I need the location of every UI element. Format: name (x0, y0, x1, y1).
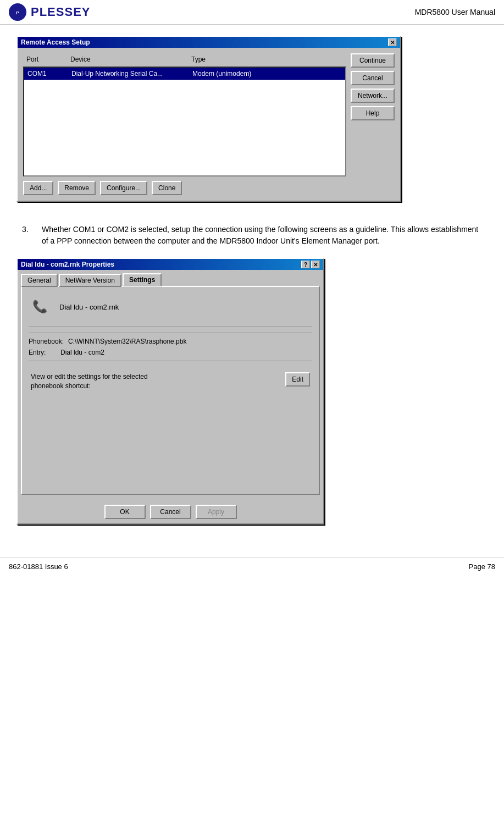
configure-button[interactable]: Configure... (100, 181, 147, 195)
tab-bar: General NetWare Version Settings (21, 273, 320, 286)
phonebook-row: Phonebook: C:\WINNT\System32\RAS\rasphon… (29, 338, 312, 345)
row-port: COM1 (26, 69, 70, 79)
ras-layout: Port Device Type COM1 Dial-Up Networking… (23, 53, 395, 195)
props-close-button[interactable]: ✕ (311, 261, 320, 268)
props-dialog: Dial ldu - com2.rnk Properties ? ✕ Gener… (16, 258, 324, 525)
entry-label: Entry: (29, 349, 56, 356)
edit-button[interactable]: Edit (285, 372, 310, 387)
props-bottom-buttons: OK Cancel Apply (18, 500, 323, 523)
props-filename: Dial ldu - com2.rnk (59, 303, 119, 311)
tab-settings[interactable]: Settings (123, 273, 162, 286)
phonebook-label: Phonebook: (29, 338, 64, 345)
page-footer: 862-01881 Issue 6 Page 78 (0, 558, 504, 575)
row-type: Modem (unimodem) (191, 69, 343, 79)
edit-view-section: View or edit the settings for the select… (29, 370, 312, 393)
logo-icon: P (9, 3, 26, 21)
page-header: P PLESSEY MDR5800 User Manual (0, 0, 504, 25)
paragraph-number: 3. (22, 224, 33, 247)
ras-table-list[interactable]: COM1 Dial-Up Networking Serial Ca... Mod… (23, 67, 346, 176)
col-port: Port (25, 54, 69, 64)
edit-view-text: View or edit the settings for the select… (31, 372, 163, 391)
phone-icon: 📞 (32, 300, 47, 314)
svg-text:P: P (16, 10, 19, 15)
props-cancel-button[interactable]: Cancel (150, 505, 191, 519)
paragraph-section: 3. Whether COM1 or COM2 is selected, set… (16, 224, 488, 247)
ras-right-buttons: Continue Cancel Network... Help (351, 53, 395, 120)
entry-row: Entry: Dial ldu - com2 (29, 349, 312, 356)
entry-value: Dial ldu - com2 (60, 349, 104, 356)
footer-right: Page 78 (469, 562, 495, 571)
remove-button[interactable]: Remove (58, 181, 96, 195)
footer-left: 862-01881 Issue 6 (9, 562, 68, 571)
props-help-button[interactable]: ? (301, 261, 310, 268)
remote-access-dialog: Remote Access Setup ✕ Port Device Type C… (16, 36, 401, 202)
file-icon: 📞 (29, 294, 51, 320)
ras-table-area: Port Device Type COM1 Dial-Up Networking… (23, 53, 346, 195)
logo-area: P PLESSEY (9, 3, 90, 21)
ras-bottom-buttons: Add... Remove Configure... Clone (23, 181, 346, 195)
logo-text: PLESSEY (31, 5, 90, 19)
col-type: Type (190, 54, 344, 64)
row-device: Dial-Up Networking Serial Ca... (70, 69, 191, 79)
continue-button[interactable]: Continue (351, 53, 395, 68)
paragraph-text: Whether COM1 or COM2 is selected, setup … (42, 224, 482, 247)
props-title: Dial ldu - com2.rnk Properties (21, 261, 114, 268)
phonebook-group: Phonebook: C:\WINNT\System32\RAS\rasphon… (29, 338, 312, 345)
paragraph-item: 3. Whether COM1 or COM2 is selected, set… (22, 224, 482, 247)
props-icon-row: 📞 Dial ldu - com2.rnk (29, 294, 312, 327)
col-device: Device (69, 54, 190, 64)
ras-table-row[interactable]: COM1 Dial-Up Networking Serial Ca... Mod… (24, 68, 345, 80)
tab-netware[interactable]: NetWare Version (59, 274, 121, 287)
props-title-text: Dial ldu - com2.rnk Properties (21, 261, 114, 268)
network-button[interactable]: Network... (351, 89, 395, 103)
tab-container: General NetWare Version Settings 📞 Dial … (18, 270, 323, 495)
entry-group: Entry: Dial ldu - com2 (29, 349, 312, 356)
ok-button[interactable]: OK (104, 505, 146, 519)
tab-general[interactable]: General (21, 274, 58, 287)
apply-button[interactable]: Apply (196, 505, 237, 519)
add-button[interactable]: Add... (23, 181, 53, 195)
separator-2 (29, 361, 312, 361)
ras-titlebar: Remote Access Setup ✕ (18, 37, 400, 48)
document-title: MDR5800 User Manual (415, 8, 495, 16)
phonebook-value: C:\WINNT\System32\RAS\rasphone.pbk (68, 338, 186, 345)
ras-cancel-button[interactable]: Cancel (351, 71, 395, 85)
props-titlebar: Dial ldu - com2.rnk Properties ? ✕ (18, 259, 323, 270)
ras-table-header: Port Device Type (23, 53, 346, 65)
ras-body: Port Device Type COM1 Dial-Up Networking… (18, 48, 400, 201)
ras-title: Remote Access Setup (21, 38, 90, 46)
ras-close-button[interactable]: ✕ (388, 38, 397, 46)
page-content: Remote Access Setup ✕ Port Device Type C… (0, 25, 504, 547)
separator-1 (29, 333, 312, 333)
tab-content-settings: 📞 Dial ldu - com2.rnk Phonebook: C:\WINN… (21, 286, 320, 495)
help-button[interactable]: Help (351, 106, 395, 120)
clone-button[interactable]: Clone (152, 181, 182, 195)
